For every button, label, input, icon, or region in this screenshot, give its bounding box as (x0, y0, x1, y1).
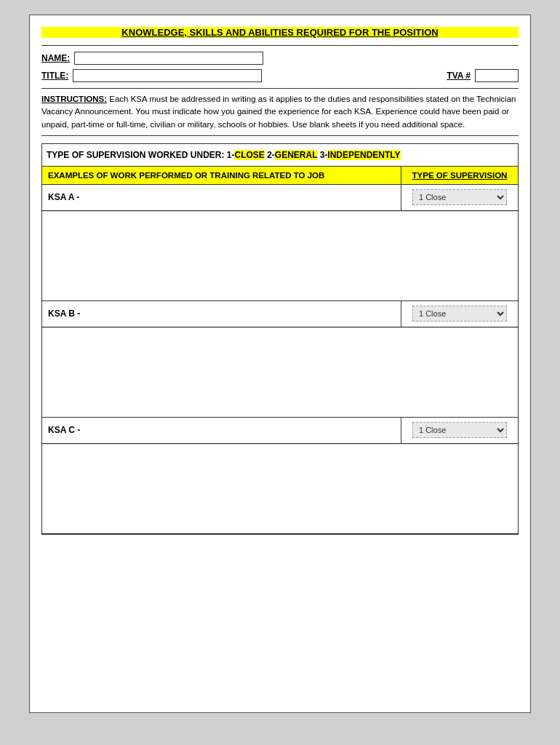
title-field-group: TITLE: (41, 69, 262, 82)
ksa-table: EXAMPLES OF WORK PERFORMED OR TRAINING R… (41, 167, 519, 535)
ksa-a-select-container: 1 Close 2 General 3 Independently (401, 185, 518, 210)
supervision-middle: 2- (265, 150, 275, 160)
form-page: KNOWLEDGE, SKILLS AND ABILITIES REQUIRED… (29, 15, 531, 713)
ksa-b-supervision-select[interactable]: 1 Close 2 General 3 Independently (412, 306, 507, 322)
col2-header-text: TYPE OF SUPERVISION (412, 171, 508, 180)
ksa-c-textarea[interactable] (42, 444, 518, 531)
ksa-b-label: KSA B - (42, 301, 401, 327)
table-col2-header: TYPE OF SUPERVISION (401, 167, 518, 184)
ksa-b-textarea-row (42, 327, 518, 418)
title-tva-row: TITLE: TVA # (41, 69, 519, 82)
title-label: TITLE: (41, 71, 68, 81)
title-input[interactable] (73, 69, 262, 82)
ksa-a-textarea[interactable] (42, 211, 518, 298)
instructions-label: INSTRUCTIONS: (41, 95, 107, 103)
supervision-opt3: INDEPENDENTLY (327, 150, 400, 160)
ksa-a-label: KSA A - (42, 185, 401, 210)
table-col1-header: EXAMPLES OF WORK PERFORMED OR TRAINING R… (42, 167, 401, 184)
name-input[interactable] (74, 52, 263, 65)
supervision-opt2: GENERAL (275, 150, 317, 160)
tva-label: TVA # (447, 71, 471, 81)
ksa-c-select-container: 1 Close 2 General 3 Independently (401, 418, 518, 443)
table-header-row: EXAMPLES OF WORK PERFORMED OR TRAINING R… (42, 167, 518, 185)
ksa-a-supervision-select[interactable]: 1 Close 2 General 3 Independently (412, 189, 507, 205)
ksa-c-supervision-select[interactable]: 1 Close 2 General 3 Independently (412, 422, 507, 438)
ksa-c-textarea-row (42, 444, 518, 534)
ksa-b-label-row: KSA B - 1 Close 2 General 3 Independentl… (42, 301, 518, 327)
ksa-a-label-row: KSA A - 1 Close 2 General 3 Independentl… (42, 185, 518, 211)
ksa-c-label-row: KSA C - 1 Close 2 General 3 Independentl… (42, 418, 518, 444)
name-row: NAME: (41, 45, 519, 65)
tva-field-group: TVA # (447, 69, 519, 82)
supervision-prefix: TYPE OF SUPERVISION WORKED UNDER: 1- (47, 150, 234, 160)
ksa-c-label: KSA C - (42, 418, 401, 443)
supervision-suffix: 3- (317, 150, 327, 160)
form-title: KNOWLEDGE, SKILLS AND ABILITIES REQUIRED… (41, 27, 519, 38)
name-label: NAME: (41, 53, 70, 63)
ksa-b-select-container: 1 Close 2 General 3 Independently (401, 301, 518, 327)
supervision-block: TYPE OF SUPERVISION WORKED UNDER: 1-CLOS… (41, 143, 519, 167)
instructions-block: INSTRUCTIONS: Each KSA must be addressed… (41, 88, 519, 136)
supervision-opt1: CLOSE (234, 150, 264, 160)
tva-input[interactable] (475, 69, 519, 82)
ksa-a-textarea-row (42, 211, 518, 301)
ksa-b-textarea[interactable] (42, 327, 518, 415)
instructions-text: Each KSA must be addressed in writing as… (41, 95, 516, 129)
